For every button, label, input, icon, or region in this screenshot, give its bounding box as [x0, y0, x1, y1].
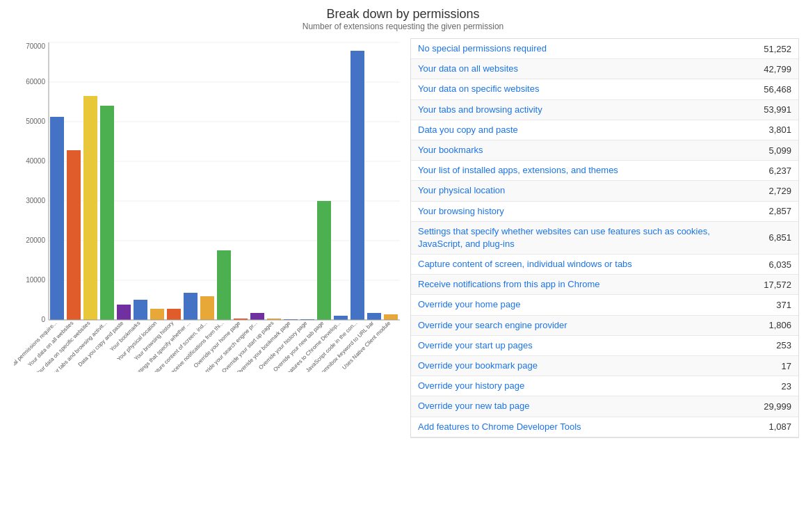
bar-20	[367, 313, 381, 320]
bar-5	[117, 305, 131, 320]
table-row[interactable]: Override your history page 23	[411, 376, 798, 396]
permission-label[interactable]: Override your start up pages	[418, 340, 533, 350]
permission-label[interactable]: Your bookmarks	[418, 145, 483, 155]
permission-value: 53,991	[750, 99, 798, 120]
permission-value: 2,729	[750, 181, 798, 201]
permission-value: 1,087	[750, 417, 798, 437]
bar-18	[334, 316, 348, 320]
bar-chart: 0 10000 20000 30000 40000 50000 60000 70…	[14, 38, 403, 372]
table-row[interactable]: Receive notifications from this app in C…	[411, 275, 798, 295]
table-row[interactable]: Override your start up pages 253	[411, 335, 798, 355]
table-row[interactable]: Your data on specific websites 56,468	[411, 79, 798, 99]
table-row[interactable]: Add features to Chrome Developer Tools 1…	[411, 417, 798, 437]
main-content: 0 10000 20000 30000 40000 50000 60000 70…	[7, 38, 799, 438]
permission-value: 371	[750, 295, 798, 315]
permission-label[interactable]: Your physical location	[418, 185, 505, 195]
table-row[interactable]: Your bookmarks 5,099	[411, 140, 798, 160]
table-row[interactable]: Override your search engine provider 1,8…	[411, 315, 798, 335]
svg-text:30000: 30000	[26, 197, 45, 204]
permission-label[interactable]: Override your bookmark page	[418, 360, 538, 371]
bar-10	[200, 296, 214, 320]
bar-19	[350, 51, 364, 320]
chart-wrapper: 0 10000 20000 30000 40000 50000 60000 70…	[14, 38, 403, 372]
permission-label[interactable]: Your browsing history	[418, 206, 504, 216]
permission-value: 3,801	[750, 120, 798, 140]
table-row[interactable]: Your tabs and browsing activity 53,991	[411, 99, 798, 120]
table-row[interactable]: Override your bookmark page 17	[411, 356, 798, 376]
permission-value: 42,799	[750, 59, 798, 79]
permission-value: 6,035	[750, 255, 798, 275]
table-row[interactable]: Your physical location 2,729	[411, 181, 798, 201]
bar-1	[50, 117, 64, 320]
permission-value: 6,851	[750, 221, 798, 254]
title-section: Break down by permissions Number of exte…	[7, 7, 799, 31]
permission-label[interactable]: Settings that specify whether websites c…	[418, 226, 710, 249]
svg-text:40000: 40000	[26, 157, 45, 165]
page-title: Break down by permissions	[7, 7, 799, 22]
permission-value: 56,468	[750, 79, 798, 99]
permission-value: 5,099	[750, 140, 798, 160]
permission-value: 51,252	[750, 39, 798, 59]
bar-7	[150, 309, 164, 320]
bar-2	[67, 150, 81, 320]
table-row[interactable]: Capture content of screen, individual wi…	[411, 255, 798, 275]
page-subtitle: Number of extensions requesting the give…	[7, 22, 799, 31]
table-row[interactable]: Override your new tab page 29,999	[411, 396, 798, 417]
table-row[interactable]: Your data on all websites 42,799	[411, 59, 798, 79]
permission-value: 1,806	[750, 315, 798, 335]
bar-17	[317, 201, 331, 320]
permission-label[interactable]: Capture content of screen, individual wi…	[418, 259, 632, 269]
table-row[interactable]: Override your home page 371	[411, 295, 798, 315]
permission-label[interactable]: Override your home page	[418, 299, 520, 309]
table-row[interactable]: Your browsing history 2,857	[411, 201, 798, 221]
permission-label[interactable]: Override your new tab page	[418, 401, 529, 411]
permission-label[interactable]: Add features to Chrome Developer Tools	[418, 421, 581, 432]
svg-text:60000: 60000	[26, 78, 45, 86]
permission-label[interactable]: Data you copy and paste	[418, 124, 518, 135]
permissions-table-container: No special permissions required 51,252 Y…	[410, 38, 799, 438]
table-row[interactable]: Data you copy and paste 3,801	[411, 120, 798, 140]
svg-text:0: 0	[41, 316, 45, 323]
permission-value: 17	[750, 356, 798, 376]
svg-text:10000: 10000	[26, 276, 45, 284]
permission-value: 6,237	[750, 161, 798, 181]
chart-area: 0 10000 20000 30000 40000 50000 60000 70…	[7, 38, 410, 438]
table-body: No special permissions required 51,252 Y…	[411, 39, 798, 437]
permission-label[interactable]: Your data on specific websites	[418, 83, 539, 94]
permission-label[interactable]: Your list of installed apps, extensions,…	[418, 165, 618, 175]
permission-value: 253	[750, 335, 798, 355]
permission-value: 29,999	[750, 396, 798, 417]
bar-13	[250, 313, 264, 320]
bar-4	[100, 106, 114, 320]
svg-text:70000: 70000	[26, 42, 45, 50]
permission-value: 17,572	[750, 275, 798, 295]
bar-6	[134, 300, 147, 320]
svg-text:50000: 50000	[26, 118, 45, 125]
page-container: Break down by permissions Number of exte…	[0, 0, 806, 532]
permission-value: 23	[750, 376, 798, 396]
permission-label[interactable]: Override your search engine provider	[418, 320, 567, 330]
bar-3	[83, 96, 97, 320]
permission-label[interactable]: Receive notifications from this app in C…	[418, 279, 600, 289]
bar-21	[384, 314, 398, 320]
permission-label[interactable]: Your data on all websites	[418, 63, 518, 74]
permission-label[interactable]: No special permissions required	[418, 43, 547, 54]
table-row[interactable]: No special permissions required 51,252	[411, 39, 798, 59]
table-row[interactable]: Your list of installed apps, extensions,…	[411, 161, 798, 181]
permission-label[interactable]: Override your history page	[418, 380, 524, 391]
permission-value: 2,857	[750, 201, 798, 221]
svg-text:20000: 20000	[26, 236, 45, 244]
bar-11	[217, 250, 231, 320]
permissions-table: No special permissions required 51,252 Y…	[411, 39, 798, 437]
bar-9	[184, 293, 198, 320]
permission-label[interactable]: Your tabs and browsing activity	[418, 104, 542, 115]
table-row[interactable]: Settings that specify whether websites c…	[411, 221, 798, 254]
bar-8	[167, 309, 181, 320]
